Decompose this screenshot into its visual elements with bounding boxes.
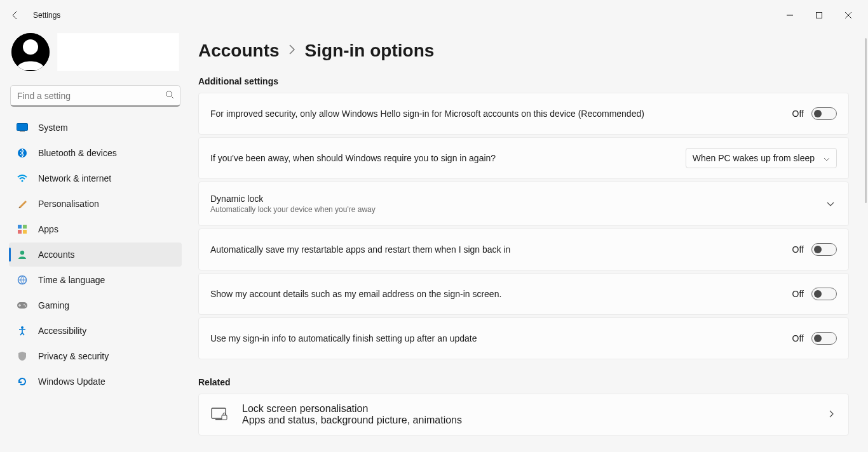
- setting-label: Automatically save my restartable apps a…: [210, 244, 792, 255]
- arrow-left-icon: [10, 10, 20, 20]
- sidebar-item-accounts[interactable]: Accounts: [9, 243, 182, 267]
- paintbrush-icon: [17, 198, 28, 209]
- select-value: When PC wakes up from sleep: [693, 153, 815, 163]
- toggle-state-label: Off: [792, 109, 804, 119]
- sidebar-item-gaming[interactable]: Gaming: [9, 293, 182, 317]
- shield-icon: [17, 350, 28, 362]
- profile-block[interactable]: [9, 30, 182, 81]
- sidebar-item-privacy[interactable]: Privacy & security: [9, 344, 182, 368]
- sidebar-item-accessibility[interactable]: Accessibility: [9, 319, 182, 343]
- sidebar-item-label: Personalisation: [38, 199, 99, 209]
- dynamic-lock-subtitle: Automatically lock your device when you'…: [210, 205, 824, 214]
- apps-icon: [17, 223, 28, 235]
- toggle-state-label: Off: [792, 333, 804, 343]
- window-title: Settings: [33, 11, 60, 20]
- related-subtitle: Apps and status, background picture, ani…: [242, 415, 813, 426]
- setting-label: For improved security, only allow Window…: [210, 109, 792, 119]
- nav-list: System Bluetooth & devices Network & int…: [9, 116, 182, 394]
- search-icon: [165, 90, 174, 102]
- sidebar-item-label: Network & internet: [38, 173, 111, 183]
- toggle-windows-hello[interactable]: [811, 107, 837, 120]
- require-signin-select[interactable]: When PC wakes up from sleep: [686, 148, 837, 168]
- related-title: Lock screen personalisation: [242, 403, 813, 415]
- svg-rect-9: [23, 225, 27, 229]
- sidebar-item-label: Accounts: [38, 249, 75, 260]
- setting-windows-hello-only: For improved security, only allow Window…: [198, 93, 849, 135]
- back-button[interactable]: [5, 5, 25, 25]
- sidebar-item-system[interactable]: System: [9, 116, 182, 140]
- close-icon: [845, 12, 851, 18]
- globe-clock-icon: [17, 274, 28, 286]
- svg-point-2: [23, 39, 38, 55]
- sidebar-item-label: Bluetooth & devices: [38, 148, 117, 158]
- related-lock-screen[interactable]: Lock screen personalisation Apps and sta…: [198, 394, 849, 435]
- svg-rect-10: [18, 230, 22, 234]
- breadcrumb-current: Sign-in options: [305, 41, 435, 61]
- svg-point-17: [21, 326, 24, 329]
- profile-info: [57, 33, 179, 71]
- section-related: Related: [198, 377, 849, 387]
- system-icon: [17, 122, 28, 133]
- sidebar-item-apps[interactable]: Apps: [9, 217, 182, 241]
- setting-label: If you've been away, when should Windows…: [210, 153, 686, 163]
- setting-restartable-apps: Automatically save my restartable apps a…: [198, 229, 849, 270]
- search-box[interactable]: [10, 85, 180, 107]
- setting-show-account-details: Show my account details such as my email…: [198, 273, 849, 315]
- toggle-state-label: Off: [792, 289, 804, 299]
- wifi-icon: [17, 173, 28, 184]
- svg-point-7: [22, 180, 24, 182]
- maximize-icon: [816, 12, 822, 18]
- setting-finish-setup: Use my sign-in info to automatically fin…: [198, 317, 849, 359]
- sidebar-item-label: Accessibility: [38, 326, 86, 336]
- toggle-state-label: Off: [792, 244, 804, 255]
- svg-rect-8: [18, 225, 22, 229]
- breadcrumb-parent[interactable]: Accounts: [198, 41, 280, 61]
- lock-screen-icon: [210, 408, 228, 422]
- svg-point-3: [166, 91, 172, 97]
- svg-point-12: [20, 251, 24, 255]
- setting-require-signin: If you've been away, when should Windows…: [198, 137, 849, 179]
- svg-rect-0: [817, 13, 822, 18]
- content-area: Accounts Sign-in options Additional sett…: [191, 30, 868, 452]
- maximize-button[interactable]: [804, 5, 834, 25]
- svg-rect-4: [17, 124, 28, 131]
- accessibility-icon: [17, 325, 28, 336]
- svg-rect-5: [20, 131, 25, 132]
- toggle-account-details[interactable]: [811, 288, 837, 300]
- person-icon: [17, 249, 28, 260]
- svg-point-15: [24, 304, 25, 305]
- titlebar: Settings: [0, 0, 868, 30]
- svg-rect-11: [23, 230, 27, 234]
- sidebar-item-label: Windows Update: [38, 376, 105, 387]
- close-button[interactable]: [834, 5, 863, 25]
- toggle-restartable-apps[interactable]: [811, 243, 837, 256]
- setting-label: Show my account details such as my email…: [210, 289, 792, 299]
- setting-label: Use my sign-in info to automatically fin…: [210, 333, 792, 343]
- sidebar-item-bluetooth[interactable]: Bluetooth & devices: [9, 141, 182, 165]
- chevron-down-icon: [824, 196, 837, 212]
- sidebar-item-label: System: [38, 123, 68, 133]
- scrollbar[interactable]: [865, 38, 867, 203]
- sidebar-item-windows-update[interactable]: Windows Update: [9, 369, 182, 394]
- svg-point-16: [25, 305, 26, 307]
- sidebar-item-time-language[interactable]: Time & language: [9, 268, 182, 292]
- chevron-right-icon: [288, 44, 296, 58]
- toggle-finish-setup[interactable]: [811, 332, 837, 345]
- sidebar-item-label: Apps: [38, 224, 58, 234]
- setting-dynamic-lock[interactable]: Dynamic lock Automatically lock your dev…: [198, 182, 849, 226]
- svg-rect-19: [215, 419, 222, 420]
- sidebar-item-network[interactable]: Network & internet: [9, 166, 182, 190]
- sidebar-item-personalisation[interactable]: Personalisation: [9, 192, 182, 216]
- section-additional-settings: Additional settings: [198, 76, 849, 86]
- sidebar: System Bluetooth & devices Network & int…: [0, 30, 191, 452]
- search-input[interactable]: [10, 85, 180, 107]
- gamepad-icon: [17, 300, 28, 311]
- minimize-button[interactable]: [775, 5, 804, 25]
- avatar: [11, 33, 50, 71]
- minimize-icon: [787, 12, 793, 18]
- sidebar-item-label: Privacy & security: [38, 351, 109, 361]
- update-icon: [17, 376, 28, 387]
- svg-rect-20: [222, 415, 227, 420]
- sidebar-item-label: Time & language: [38, 275, 105, 285]
- sidebar-item-label: Gaming: [38, 300, 69, 310]
